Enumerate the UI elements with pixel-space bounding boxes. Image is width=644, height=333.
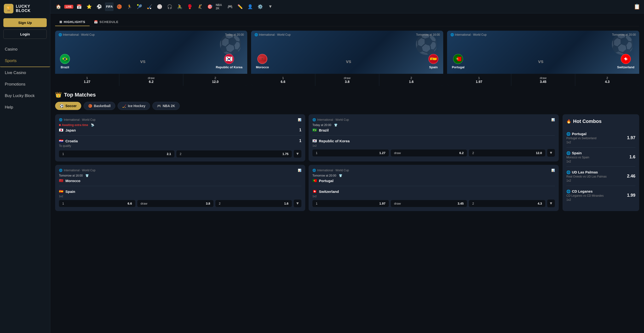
nav-more-icon[interactable]: ✏️ xyxy=(236,2,244,11)
odds-btn-2-3[interactable]: 2 4.3 xyxy=(575,74,639,86)
odd-chip-draw-portugal[interactable]: draw 3.45 xyxy=(391,200,467,207)
odd-chip-draw-brazil[interactable]: draw 6.2 xyxy=(391,150,467,156)
korea-team: 🇰🇷 Republic of Korea xyxy=(312,139,350,143)
match-item-japan-croatia[interactable]: 🌐 International · World Cup 📊 Awaiting e… xyxy=(55,114,305,162)
sport-tab-basketball[interactable]: 🏀 Basketball xyxy=(84,102,115,110)
featured-match-card-1[interactable]: ⚽ 🌐 International · World Cup Today at 2… xyxy=(55,31,247,86)
odd-chip-2-japan[interactable]: 2 1.75 xyxy=(176,150,292,158)
combo-sub1-1: Portugal vs Switzerland xyxy=(566,136,596,140)
odds-btn-draw-1[interactable]: draw 6.2 xyxy=(119,74,184,86)
korea-flag-sm: 🇰🇷 xyxy=(312,139,317,143)
nav-basketball-icon[interactable]: 🏀 xyxy=(115,2,124,11)
nav-home-icon[interactable]: 🏠 xyxy=(54,2,63,11)
odd-chip-1-portugal[interactable]: 1 1.97 xyxy=(312,200,389,207)
more-odds-btn-1[interactable]: ▼ xyxy=(294,150,302,158)
odd-val-1b: 1.27 xyxy=(379,151,385,155)
nav-favorites-icon[interactable]: ⭐ xyxy=(85,2,94,11)
sidebar-item-promotions[interactable]: Promotions xyxy=(0,78,50,90)
card-odds-1: 1 1.27 draw 6.2 2 12.0 xyxy=(55,74,247,86)
combo-team-4: 🌐 CD Leganes xyxy=(566,189,604,193)
matches-list: 🌐 International · World Cup 📊 Awaiting e… xyxy=(55,114,559,211)
match-league-2: 🌐 International · World Cup xyxy=(312,118,349,122)
nav-extra-icon[interactable]: ▼ xyxy=(266,2,274,11)
combo-item-leganes[interactable]: 🌐 CD Leganes CD Leganes vs CD Mirandes 1… xyxy=(566,186,636,205)
qualify-label: To qualify xyxy=(59,144,302,148)
login-button[interactable]: Login xyxy=(3,30,47,39)
nav-hockey-icon[interactable]: 🏑 xyxy=(145,2,154,11)
featured-match-card-2[interactable]: ⚽ 🌐 International · World Cup Tomorrow a… xyxy=(251,31,443,86)
combo-team-1: 🌐 Portugal xyxy=(566,132,596,136)
sport-tab-soccer[interactable]: ⚽ Soccer xyxy=(55,102,81,110)
nav-running-icon[interactable]: 🏃 xyxy=(125,2,134,11)
odds-btn-draw-2[interactable]: draw 3.8 xyxy=(315,74,380,86)
spain-m-team: 🇪🇸 Spain xyxy=(59,189,75,194)
match-league-3: 🌐 International · World Cup xyxy=(59,169,96,172)
odd-chip-1-japan[interactable]: 1 2.1 xyxy=(59,150,174,158)
sport-tab-ice-hockey[interactable]: 🏒 Ice Hockey xyxy=(118,102,150,110)
sidebar-item-sports[interactable]: Sports xyxy=(0,55,50,67)
odd-chip-2-morocco[interactable]: 2 1.6 xyxy=(216,200,292,207)
signup-button[interactable]: Sign Up xyxy=(3,18,47,27)
logo-icon: 🏆 xyxy=(4,4,14,14)
odd-chip-2-portugal[interactable]: 2 4.3 xyxy=(469,200,545,207)
nav-esports-icon[interactable]: 🎮 xyxy=(226,2,234,11)
odd-chip-draw-morocco[interactable]: draw 3.8 xyxy=(137,200,214,207)
odd-chip-2-brazil[interactable]: 2 12.0 xyxy=(469,150,545,156)
tab-schedule[interactable]: 📅 SCHEDULE xyxy=(90,18,123,26)
match-item-morocco[interactable]: 🌐 International · World Cup 📊 Tomorrow a… xyxy=(55,165,305,211)
brazil-team: 🇧🇷 Brazil xyxy=(312,128,329,132)
team-row-korea: 🇰🇷 Republic of Korea xyxy=(312,138,555,144)
card-header-2: 🌐 International · World Cup Tomorrow at … xyxy=(251,33,443,36)
nav-settings-icon[interactable]: ⚙️ xyxy=(256,2,264,11)
league-text-2: International · World Cup xyxy=(317,118,349,122)
tab-highlights[interactable]: ⊞ HIGHLIGHTS xyxy=(55,18,90,26)
morocco-name: Morocco xyxy=(256,66,269,69)
sidebar-item-help[interactable]: Help xyxy=(0,102,50,113)
combo-item-portugal[interactable]: 🌐 Portugal Portugal vs Switzerland 1x2 1… xyxy=(566,128,636,148)
combo-team-name-2: Spain xyxy=(572,151,582,155)
betslip-icon[interactable]: 📋 xyxy=(634,4,640,10)
nav-fifa-icon[interactable]: FIFA xyxy=(105,2,114,11)
combo-sub2-4: 1x2 xyxy=(566,198,604,202)
odds-btn-draw-3[interactable]: draw 3.45 xyxy=(511,74,576,86)
spain-name: Spain xyxy=(429,66,438,69)
soccer-tab-label: Soccer xyxy=(66,104,77,108)
odds-btn-2-2[interactable]: 2 1.6 xyxy=(379,74,443,86)
nav-target-icon[interactable]: 🎯 xyxy=(206,2,214,11)
league-text-4: International · World Cup xyxy=(317,169,349,172)
nav-boxing-icon[interactable]: 🥊 xyxy=(186,2,194,11)
combo-item-spain[interactable]: 🌐 Spain Morocco vs Spain 1x2 1.6 xyxy=(566,148,636,167)
brazil-team-name: Brazil xyxy=(319,128,329,132)
more-odds-btn-4[interactable]: ▼ xyxy=(547,200,555,207)
sidebar-item-live-casino[interactable]: Live Casino xyxy=(0,67,50,78)
odd-chip-1-brazil[interactable]: 1 1.27 xyxy=(312,150,389,156)
more-odds-btn-2[interactable]: ▼ xyxy=(547,149,555,157)
odds-btn-1-1[interactable]: 1 1.27 xyxy=(55,74,119,86)
odd-chip-1-morocco[interactable]: 1 6.6 xyxy=(59,200,135,207)
nav-soccer-icon[interactable]: ⚽ xyxy=(95,2,104,11)
featured-match-card-3[interactable]: ⚽ 🌐 International · World Cup Tomorrow a… xyxy=(447,31,639,86)
sidebar-item-casino[interactable]: Casino xyxy=(0,44,50,55)
sidebar-item-buy-lucky-block[interactable]: Buy Lucky Block xyxy=(0,90,50,102)
ball-decoration: ⚽ xyxy=(218,33,242,56)
morocco-team: 🇲🇦 Morocco xyxy=(59,178,80,183)
nav-volleyball-icon[interactable]: 🏐 xyxy=(155,2,164,11)
nav-nba2k-icon[interactable]: NBA 2K xyxy=(216,2,224,11)
odd-label-1: 1 xyxy=(62,152,64,156)
match-item-portugal[interactable]: 🌐 International · World Cup 📊 Tomorrow a… xyxy=(308,165,559,211)
odds-btn-1-2[interactable]: 1 6.6 xyxy=(251,74,315,86)
odds-btn-2-1[interactable]: 2 12.0 xyxy=(183,74,247,86)
shirt-icon-3: 👕 xyxy=(85,174,89,177)
nav-tennis-icon[interactable]: 🎾 xyxy=(135,2,144,11)
odds-btn-1-3[interactable]: 1 1.97 xyxy=(447,74,511,86)
nav-schedule-icon[interactable]: 📅 xyxy=(75,2,84,11)
nav-handball-icon[interactable]: 🤾 xyxy=(196,2,204,11)
more-odds-btn-3[interactable]: ▼ xyxy=(294,200,302,207)
match-item-brazil-korea[interactable]: 🌐 International · World Cup 📊 Today at 2… xyxy=(308,114,559,162)
nav-cycling-icon[interactable]: 🚴 xyxy=(176,2,184,11)
sport-tab-nba2k[interactable]: 🎮 NBA 2K xyxy=(152,102,180,110)
nav-live-badge[interactable]: LIVE xyxy=(64,5,73,8)
nav-user-icon[interactable]: 👤 xyxy=(246,2,254,11)
combo-item-las-palmas[interactable]: 🌐 UD Las Palmas Real Oviedo vs UD Las Pa… xyxy=(566,167,636,186)
nav-headset-icon[interactable]: 🎧 xyxy=(165,2,174,11)
